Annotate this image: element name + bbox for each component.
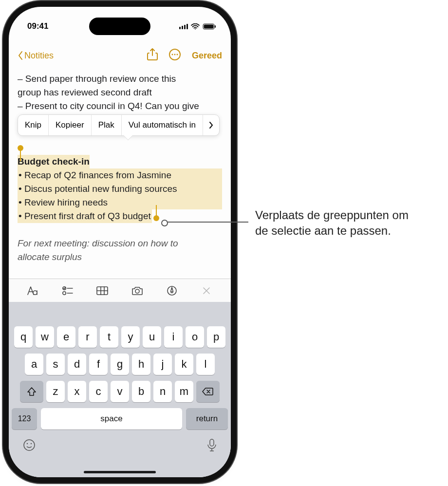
key-i[interactable]: i <box>164 326 183 348</box>
markup-button[interactable] <box>165 284 179 298</box>
ctx-paste[interactable]: Plak <box>92 115 122 135</box>
checklist-icon <box>62 286 74 296</box>
key-o[interactable]: o <box>186 326 204 348</box>
status-time: 09:41 <box>27 21 48 31</box>
ctx-cut[interactable]: Knip <box>18 115 49 135</box>
key-r[interactable]: r <box>78 326 97 348</box>
key-j[interactable]: j <box>153 354 172 375</box>
note-line: – Send paper through review once this <box>18 74 176 84</box>
dictation-button[interactable] <box>206 438 217 454</box>
key-t[interactable]: t <box>100 326 118 348</box>
format-text-button[interactable] <box>26 284 40 298</box>
selection-line: • Discus potential new funding sources <box>18 182 222 196</box>
key-space[interactable]: space <box>41 408 182 430</box>
key-return[interactable]: return <box>186 408 228 430</box>
callout-line-1: Verplaats de greeppunten om <box>255 208 409 222</box>
key-c[interactable]: c <box>89 381 108 402</box>
callout-leader <box>164 222 248 223</box>
share-icon <box>147 48 158 61</box>
key-u[interactable]: u <box>143 326 161 348</box>
key-l[interactable]: l <box>196 354 215 375</box>
svg-point-15 <box>31 443 32 444</box>
key-x[interactable]: x <box>68 381 86 402</box>
callout-text: Verplaats de greeppunten om de selectie … <box>255 207 409 239</box>
phone-frame: 09:41 Notities Gereed – Send <box>9 7 231 477</box>
note-body[interactable]: – Send paper through review once this gr… <box>9 69 231 264</box>
context-menu: Knip Kopieer Plak Vul automatisch in <box>18 114 220 136</box>
selection-handle-end[interactable] <box>153 215 159 221</box>
ctx-copy[interactable]: Kopieer <box>49 115 92 135</box>
key-h[interactable]: h <box>132 354 150 375</box>
markup-icon <box>167 285 177 296</box>
keyboard-footer <box>12 434 228 454</box>
selection-handle-start[interactable] <box>18 145 23 151</box>
camera-icon <box>131 286 144 296</box>
key-m[interactable]: m <box>175 381 193 402</box>
keyboard-row-3: z x c v b n m <box>12 381 228 402</box>
key-p[interactable]: p <box>207 326 225 348</box>
checklist-button[interactable] <box>61 284 75 298</box>
key-delete[interactable] <box>196 381 220 402</box>
svg-point-9 <box>63 291 66 294</box>
keyboard-row-4: 123 space return <box>12 408 228 430</box>
keyboard-row-1: q w e r t y u i o p <box>12 326 228 348</box>
nav-bar: Notities Gereed <box>9 45 231 66</box>
selection-line: • Review hiring needs <box>18 196 222 209</box>
key-k[interactable]: k <box>175 354 193 375</box>
back-button[interactable]: Notities <box>18 51 54 61</box>
key-q[interactable]: q <box>14 326 33 348</box>
close-toolbar-button[interactable] <box>200 284 213 298</box>
battery-icon <box>203 23 216 30</box>
svg-point-0 <box>195 28 196 29</box>
key-d[interactable]: d <box>68 354 86 375</box>
cellular-icon <box>179 23 188 29</box>
delete-icon <box>202 387 214 396</box>
key-v[interactable]: v <box>111 381 129 402</box>
note-line: group has reviewed second draft <box>18 87 152 97</box>
key-shift[interactable] <box>20 381 43 402</box>
selection-block[interactable]: Budget check-in • Recap of Q2 finances f… <box>18 141 222 223</box>
key-a[interactable]: a <box>25 354 43 375</box>
home-indicator[interactable] <box>84 471 156 473</box>
dynamic-island <box>89 18 150 35</box>
done-button[interactable]: Gereed <box>192 51 222 61</box>
key-numbers[interactable]: 123 <box>12 408 37 430</box>
camera-button[interactable] <box>131 284 144 298</box>
table-button[interactable] <box>95 284 109 298</box>
chevron-right-icon <box>209 121 213 129</box>
key-s[interactable]: s <box>46 354 65 375</box>
key-g[interactable]: g <box>111 354 129 375</box>
key-y[interactable]: y <box>121 326 140 348</box>
selection-line: • Recap of Q2 finances from Jasmine <box>18 168 222 182</box>
emoji-button[interactable] <box>22 438 36 454</box>
back-label: Notities <box>24 51 54 61</box>
selection-title: Budget check-in <box>18 155 90 168</box>
svg-rect-3 <box>215 25 216 28</box>
close-icon <box>202 286 211 296</box>
keyboard: q w e r t y u i o p a s d f g h j k l z <box>9 302 231 477</box>
key-e[interactable]: e <box>57 326 75 348</box>
ctx-autofill[interactable]: Vul automatisch in <box>122 115 203 135</box>
svg-rect-16 <box>210 439 214 446</box>
chevron-left-icon <box>18 51 23 60</box>
key-w[interactable]: w <box>36 326 54 348</box>
keyboard-row-2: a s d f g h j k l <box>12 354 228 375</box>
ctx-more[interactable] <box>203 115 219 135</box>
ellipsis-circle-icon <box>168 48 181 61</box>
note-italic: For next meeting: discussion on how to <box>18 237 222 250</box>
key-f[interactable]: f <box>89 354 108 375</box>
svg-rect-2 <box>204 24 214 28</box>
svg-point-7 <box>177 54 178 55</box>
key-z[interactable]: z <box>46 381 65 402</box>
svg-point-6 <box>174 54 176 55</box>
selection-line: • Present first draft of Q3 budget <box>18 209 152 223</box>
status-right <box>179 23 216 30</box>
share-button[interactable] <box>147 48 158 63</box>
key-b[interactable]: b <box>132 381 150 402</box>
text-format-icon <box>27 286 39 296</box>
key-n[interactable]: n <box>153 381 172 402</box>
more-button[interactable] <box>168 48 181 63</box>
suggestion-row <box>12 307 228 326</box>
svg-point-11 <box>135 289 139 293</box>
wifi-icon <box>191 23 200 30</box>
